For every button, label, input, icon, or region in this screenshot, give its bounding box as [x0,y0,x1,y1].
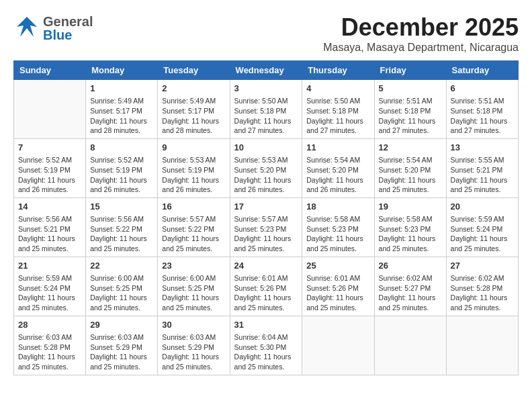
day-of-week-header: Monday [86,61,158,80]
day-info: Sunrise: 5:58 AM Sunset: 5:23 PM Dayligh… [306,214,369,254]
day-info: Sunrise: 6:01 AM Sunset: 5:26 PM Dayligh… [306,273,369,313]
day-info: Sunrise: 6:03 AM Sunset: 5:29 PM Dayligh… [162,332,225,372]
day-info: Sunrise: 6:00 AM Sunset: 5:25 PM Dayligh… [162,273,225,313]
day-of-week-header: Thursday [302,61,374,80]
calendar-day-cell: 16Sunrise: 5:57 AM Sunset: 5:22 PM Dayli… [158,197,230,257]
calendar-day-cell: 20Sunrise: 5:59 AM Sunset: 5:24 PM Dayli… [446,197,518,257]
calendar-week-row: 1Sunrise: 5:49 AM Sunset: 5:17 PM Daylig… [14,80,519,139]
day-number: 7 [18,142,81,154]
calendar-day-cell: 25Sunrise: 6:01 AM Sunset: 5:26 PM Dayli… [302,257,374,316]
calendar-day-cell: 15Sunrise: 5:56 AM Sunset: 5:22 PM Dayli… [86,197,158,257]
day-info: Sunrise: 6:03 AM Sunset: 5:28 PM Dayligh… [18,332,81,372]
day-info: Sunrise: 6:00 AM Sunset: 5:25 PM Dayligh… [90,273,153,313]
calendar-week-row: 28Sunrise: 6:03 AM Sunset: 5:28 PM Dayli… [14,316,519,375]
day-number: 20 [451,201,514,213]
day-info: Sunrise: 5:52 AM Sunset: 5:19 PM Dayligh… [18,155,81,195]
day-info: Sunrise: 5:58 AM Sunset: 5:23 PM Dayligh… [379,214,442,254]
day-number: 10 [234,142,298,154]
day-of-week-header: Wednesday [230,61,302,80]
day-number: 5 [379,83,442,95]
calendar-day-cell: 27Sunrise: 6:02 AM Sunset: 5:28 PM Dayli… [446,257,518,316]
day-info: Sunrise: 5:50 AM Sunset: 5:18 PM Dayligh… [306,96,369,136]
calendar-day-cell: 18Sunrise: 5:58 AM Sunset: 5:23 PM Dayli… [302,197,374,257]
day-info: Sunrise: 5:49 AM Sunset: 5:17 PM Dayligh… [162,96,225,136]
day-number: 1 [90,83,153,95]
day-info: Sunrise: 6:02 AM Sunset: 5:28 PM Dayligh… [451,273,514,313]
day-info: Sunrise: 5:54 AM Sunset: 5:20 PM Dayligh… [379,155,442,195]
calendar-day-cell: 10Sunrise: 5:53 AM Sunset: 5:20 PM Dayli… [230,138,302,197]
calendar-day-cell: 7Sunrise: 5:52 AM Sunset: 5:19 PM Daylig… [14,138,86,197]
calendar-day-cell [374,316,446,375]
page-header: General Blue December 2025 Masaya, Masay… [13,13,519,54]
calendar-day-cell: 5Sunrise: 5:51 AM Sunset: 5:18 PM Daylig… [374,80,446,139]
day-info: Sunrise: 5:56 AM Sunset: 5:21 PM Dayligh… [18,214,81,254]
day-number: 14 [18,201,81,213]
calendar-table: SundayMondayTuesdayWednesdayThursdayFrid… [13,60,519,375]
calendar-day-cell: 17Sunrise: 5:57 AM Sunset: 5:23 PM Dayli… [230,197,302,257]
day-number: 24 [234,260,298,272]
day-number: 16 [162,201,225,213]
day-info: Sunrise: 5:59 AM Sunset: 5:24 PM Dayligh… [18,273,81,313]
day-info: Sunrise: 5:57 AM Sunset: 5:23 PM Dayligh… [234,214,298,254]
month-title: December 2025 [323,13,519,42]
location-title: Masaya, Masaya Department, Nicaragua [323,42,519,54]
day-number: 13 [451,142,514,154]
day-of-week-header: Tuesday [158,61,230,80]
day-info: Sunrise: 5:50 AM Sunset: 5:18 PM Dayligh… [234,96,298,136]
calendar-day-cell: 23Sunrise: 6:00 AM Sunset: 5:25 PM Dayli… [158,257,230,316]
calendar-day-cell [446,316,518,375]
day-info: Sunrise: 5:52 AM Sunset: 5:19 PM Dayligh… [90,155,153,195]
day-info: Sunrise: 5:53 AM Sunset: 5:20 PM Dayligh… [234,155,298,195]
day-info: Sunrise: 5:51 AM Sunset: 5:18 PM Dayligh… [451,96,514,136]
day-number: 18 [306,201,369,213]
calendar-day-cell: 31Sunrise: 6:04 AM Sunset: 5:30 PM Dayli… [230,316,302,375]
calendar-day-cell: 12Sunrise: 5:54 AM Sunset: 5:20 PM Dayli… [374,138,446,197]
day-number: 22 [90,260,153,272]
day-info: Sunrise: 5:55 AM Sunset: 5:21 PM Dayligh… [451,155,514,195]
day-number: 4 [306,83,369,95]
day-number: 2 [162,83,225,95]
svg-marker-0 [17,17,37,37]
day-number: 25 [306,260,369,272]
day-info: Sunrise: 5:53 AM Sunset: 5:19 PM Dayligh… [162,155,225,195]
logo-general-text: General [43,15,93,28]
day-info: Sunrise: 6:02 AM Sunset: 5:27 PM Dayligh… [379,273,442,313]
day-number: 11 [306,142,369,154]
logo: General Blue [13,13,93,43]
logo-text: General Blue [43,15,93,42]
day-info: Sunrise: 5:49 AM Sunset: 5:17 PM Dayligh… [90,96,153,136]
calendar-day-cell: 11Sunrise: 5:54 AM Sunset: 5:20 PM Dayli… [302,138,374,197]
day-number: 9 [162,142,225,154]
calendar-day-cell: 21Sunrise: 5:59 AM Sunset: 5:24 PM Dayli… [14,257,86,316]
day-number: 17 [234,201,298,213]
calendar-day-cell [302,316,374,375]
day-info: Sunrise: 6:01 AM Sunset: 5:26 PM Dayligh… [234,273,298,313]
day-info: Sunrise: 5:51 AM Sunset: 5:18 PM Dayligh… [379,96,442,136]
day-number: 26 [379,260,442,272]
day-info: Sunrise: 5:56 AM Sunset: 5:22 PM Dayligh… [90,214,153,254]
calendar-day-cell: 14Sunrise: 5:56 AM Sunset: 5:21 PM Dayli… [14,197,86,257]
calendar-day-cell: 9Sunrise: 5:53 AM Sunset: 5:19 PM Daylig… [158,138,230,197]
day-number: 31 [234,319,298,331]
day-info: Sunrise: 6:03 AM Sunset: 5:29 PM Dayligh… [90,332,153,372]
day-info: Sunrise: 5:54 AM Sunset: 5:20 PM Dayligh… [306,155,369,195]
day-number: 15 [90,201,153,213]
day-info: Sunrise: 5:59 AM Sunset: 5:24 PM Dayligh… [451,214,514,254]
day-of-week-header: Friday [374,61,446,80]
day-number: 29 [90,319,153,331]
calendar-day-cell: 3Sunrise: 5:50 AM Sunset: 5:18 PM Daylig… [230,80,302,139]
title-block: December 2025 Masaya, Masaya Department,… [323,13,519,54]
day-number: 6 [451,83,514,95]
day-info: Sunrise: 5:57 AM Sunset: 5:22 PM Dayligh… [162,214,225,254]
day-number: 19 [379,201,442,213]
day-number: 28 [18,319,81,331]
calendar-day-cell: 2Sunrise: 5:49 AM Sunset: 5:17 PM Daylig… [158,80,230,139]
calendar-day-cell: 6Sunrise: 5:51 AM Sunset: 5:18 PM Daylig… [446,80,518,139]
day-number: 27 [451,260,514,272]
calendar-day-cell: 13Sunrise: 5:55 AM Sunset: 5:21 PM Dayli… [446,138,518,197]
day-number: 30 [162,319,225,331]
day-number: 23 [162,260,225,272]
day-of-week-header: Saturday [446,61,518,80]
calendar-day-cell: 19Sunrise: 5:58 AM Sunset: 5:23 PM Dayli… [374,197,446,257]
calendar-day-cell: 22Sunrise: 6:00 AM Sunset: 5:25 PM Dayli… [86,257,158,316]
